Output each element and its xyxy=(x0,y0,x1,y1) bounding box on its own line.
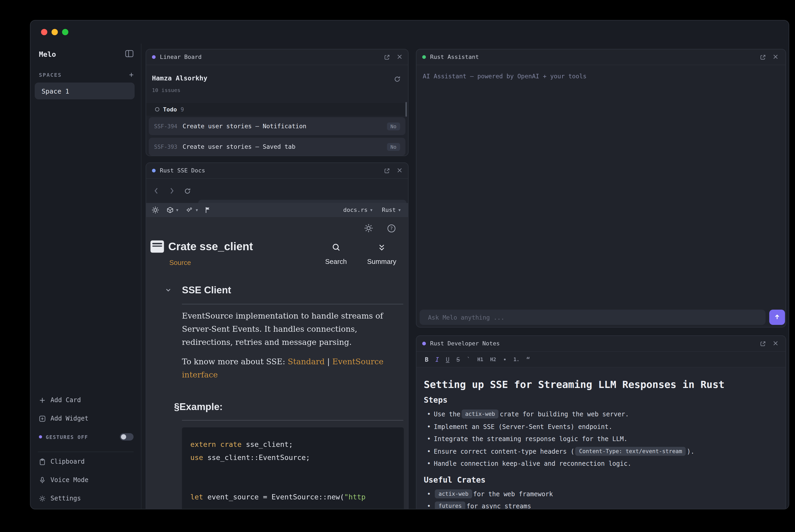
section-mark[interactable]: § xyxy=(174,401,179,412)
group-count: 9 xyxy=(181,106,184,113)
settings-menu-item[interactable]: Settings xyxy=(39,493,134,504)
bullet-list-button[interactable]: • xyxy=(503,356,507,363)
close-icon[interactable] xyxy=(397,54,402,60)
gestures-toggle[interactable] xyxy=(120,433,134,440)
linear-board-header[interactable]: Linear Board xyxy=(146,50,408,65)
sse-docs-header[interactable]: Rust SSE Docs xyxy=(146,163,408,179)
open-external-icon[interactable] xyxy=(760,340,766,347)
space-item-label: Space 1 xyxy=(41,87,69,95)
issue-id: SSF-393 xyxy=(154,144,177,150)
titlebar[interactable] xyxy=(31,20,789,44)
quote-button[interactable]: “ xyxy=(526,356,530,363)
add-card-label: Add Card xyxy=(51,396,81,404)
bullet-marker: • xyxy=(427,433,434,445)
divider xyxy=(182,304,403,304)
notes-editor[interactable]: Setting up SSE for Streaming LLM Respons… xyxy=(416,367,785,509)
code-block: extern crate sse_client;use sse_client::… xyxy=(182,428,404,509)
zoom-window-button[interactable] xyxy=(62,29,68,35)
open-external-icon[interactable] xyxy=(760,54,766,60)
formatting-toolbar: B I U S ` H1 H2 • 1. “ xyxy=(416,352,785,367)
close-window-button[interactable] xyxy=(41,29,47,35)
assistant-subtitle: AI Assistant — powered by OpenAI + your … xyxy=(423,73,587,80)
package-menu-button[interactable]: ▼ xyxy=(167,207,178,213)
forward-icon[interactable] xyxy=(170,188,174,194)
flag-icon[interactable] xyxy=(205,207,211,213)
clipboard-menu-item[interactable]: Clipboard xyxy=(39,456,134,467)
code-line: use sse_client::EventSource; xyxy=(190,451,395,464)
minimize-window-button[interactable] xyxy=(52,29,58,35)
inline-code: actix-web xyxy=(435,489,472,498)
inline-code-button[interactable]: ` xyxy=(467,356,471,363)
add-space-button[interactable]: + xyxy=(129,71,134,78)
collapse-chevron-icon[interactable] xyxy=(165,287,171,293)
scrollbar-thumb[interactable] xyxy=(405,102,407,117)
svg-text:?: ? xyxy=(390,226,393,231)
card-color-dot xyxy=(152,169,156,172)
standard-link[interactable]: Standard xyxy=(288,357,324,366)
note-section-heading: Steps xyxy=(424,395,777,405)
source-link[interactable]: Source xyxy=(169,259,191,267)
send-button[interactable] xyxy=(769,310,785,325)
code-text: sse_client::EventSource; xyxy=(203,453,310,461)
issue-id: SSF-394 xyxy=(154,123,177,129)
crate-description: EventSource implementation to handle str… xyxy=(182,310,405,349)
strikethrough-button[interactable]: S xyxy=(456,356,460,363)
issue-row[interactable]: SSF-394 Create user stories — Notificati… xyxy=(149,117,405,135)
issue-row[interactable]: SSF-393 Create user stories — Saved tab … xyxy=(149,138,405,156)
code-string: "http xyxy=(344,493,365,501)
italic-button[interactable]: I xyxy=(435,356,439,363)
card-title: Rust Developer Notes xyxy=(430,340,500,347)
crate-select[interactable]: docs.rs ▼ xyxy=(343,207,372,213)
refresh-icon[interactable] xyxy=(394,75,401,84)
back-icon[interactable] xyxy=(154,188,158,194)
notes-header[interactable]: Rust Developer Notes xyxy=(416,336,785,352)
reload-icon[interactable] xyxy=(184,187,191,194)
note-section-heading: Useful Crates xyxy=(424,475,777,484)
open-external-icon[interactable] xyxy=(384,167,390,174)
card-rust-sse-docs: Rust SSE Docs xyxy=(146,163,409,509)
rust-logo-icon[interactable] xyxy=(151,206,159,214)
tools-menu-button[interactable]: ▼ xyxy=(186,207,198,213)
voice-mode-menu-item[interactable]: Voice Mode xyxy=(39,475,134,485)
search-label: Search xyxy=(315,258,357,265)
code-text: event_source = EventSource::new( xyxy=(203,493,344,501)
heading1-button[interactable]: H1 xyxy=(477,356,483,362)
gestures-label: GESTURES OFF xyxy=(46,434,88,440)
close-icon[interactable] xyxy=(397,167,402,174)
todo-group-header[interactable]: Todo 9 xyxy=(146,103,408,116)
card-color-dot xyxy=(422,342,426,345)
issue-badge: No xyxy=(387,143,400,151)
card-rust-assistant: Rust Assistant AI Assistant — powered by… xyxy=(416,49,786,327)
code-keyword: extern crate xyxy=(190,440,242,449)
language-select-value: Rust xyxy=(382,207,396,213)
help-icon[interactable]: ? xyxy=(387,224,396,233)
underline-button[interactable]: U xyxy=(446,356,450,363)
sidebar-item-space-1[interactable]: Space 1 xyxy=(35,82,135,99)
card-color-dot xyxy=(422,55,426,59)
issue-title: Create user stories — Saved tab xyxy=(183,143,296,150)
item-text: Implement an SSE (Server-Sent Events) en… xyxy=(434,421,612,433)
example-heading-text: Example: xyxy=(179,401,223,412)
search-button[interactable]: Search xyxy=(315,243,357,265)
square-plus-icon xyxy=(39,415,46,422)
docs-settings-icon[interactable] xyxy=(364,223,373,233)
code-text: sse_client; xyxy=(242,440,293,449)
sidebar-toggle-icon[interactable] xyxy=(125,49,134,59)
numbered-list-button[interactable]: 1. xyxy=(513,356,519,362)
add-widget-button[interactable]: Add Widget xyxy=(39,413,134,424)
add-card-button[interactable]: Add Card xyxy=(39,395,134,405)
open-external-icon[interactable] xyxy=(384,54,390,60)
bold-button[interactable]: B xyxy=(425,356,429,363)
chat-input[interactable] xyxy=(420,310,765,325)
spaces-header: SPACES + xyxy=(39,71,134,79)
summary-button[interactable]: Summary xyxy=(361,243,403,265)
language-select[interactable]: Rust ▼ xyxy=(382,207,401,213)
docs-page: ? Crate sse_client Source Search xyxy=(146,217,408,509)
close-icon[interactable] xyxy=(773,340,778,347)
assistant-header[interactable]: Rust Assistant xyxy=(416,50,785,65)
heading2-button[interactable]: H2 xyxy=(490,356,496,362)
todo-status-icon xyxy=(155,107,159,111)
docs-links-paragraph: To know more about SSE: Standard | Event… xyxy=(182,355,405,382)
close-icon[interactable] xyxy=(773,54,778,60)
chevron-down-icon: ▼ xyxy=(195,208,198,212)
